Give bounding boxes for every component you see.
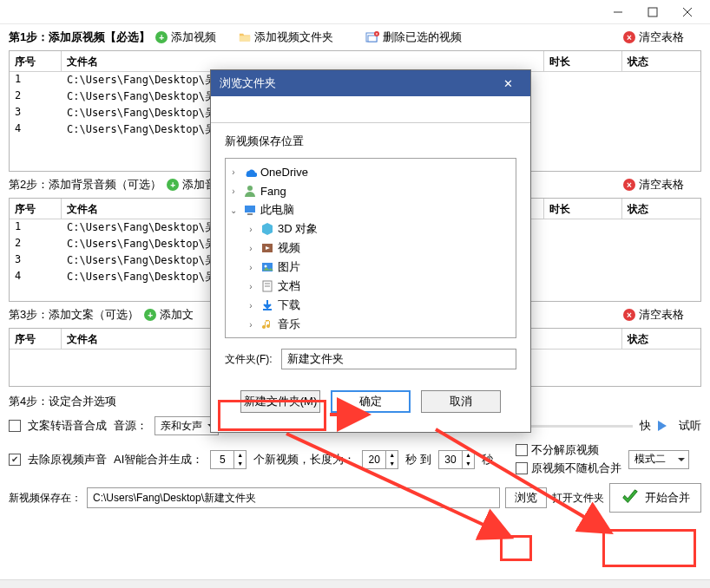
clear-table3-action[interactable]: ×清空表格 [623, 307, 701, 323]
window-minimize[interactable] [601, 0, 635, 24]
browse-folder-dialog: 浏览文件夹 浏览文件夹 ✕ x 新视频保存位置 ›OneDrive ›Fang … [210, 69, 531, 433]
sec-mid: 秒 到 [405, 452, 431, 467]
browse-button[interactable]: 浏览 [505, 487, 547, 508]
delete-selected-icon: × [365, 30, 379, 44]
th-dur[interactable]: 时长 [544, 51, 622, 71]
remove-audio-label: 去除原视频声音 [28, 452, 107, 467]
play-icon[interactable] [658, 421, 672, 431]
tree-item-3d[interactable]: ›3D 对象 [227, 219, 514, 238]
nosplit-label: 不分解原视频 [531, 442, 599, 458]
th-stat[interactable]: 状态 [622, 51, 700, 71]
delete-selected-label: 删除已选的视频 [383, 29, 462, 45]
cancel-button[interactable]: 取消 [421, 390, 501, 413]
tree-item-pc[interactable]: ⌄此电脑 [227, 200, 514, 219]
clear-icon: × [623, 179, 635, 191]
folder-name-input[interactable] [281, 349, 516, 369]
sp-fast: 快 [640, 418, 651, 434]
svg-rect-1 [648, 8, 657, 16]
add-video-action[interactable]: +添加视频 [155, 29, 233, 45]
dialog-subtitle: 新视频保存位置 [225, 134, 516, 149]
dialog-close-button[interactable]: ✕ [494, 70, 522, 96]
clear-table2-action[interactable]: ×清空表格 [623, 177, 701, 193]
new-folder-button[interactable]: 新建文件夹(M) [240, 390, 320, 413]
open-folder-link[interactable]: 打开文件夹 [552, 491, 604, 506]
add-icon: + [155, 31, 168, 43]
dialog-title-visible: 浏览文件夹 [220, 75, 276, 91]
ai-count-spin[interactable]: ▲▼ [210, 450, 247, 469]
th-dur[interactable]: 时长 [544, 199, 622, 219]
folder-tree[interactable]: ›OneDrive ›Fang ⌄此电脑 ›3D 对象 ›视频 ›图片 ›文档 … [225, 158, 516, 338]
noshuffle-checkbox[interactable] [516, 462, 528, 474]
add-doc-label: 添加文 [160, 307, 194, 323]
ok-button[interactable]: 确定 [331, 390, 411, 413]
start-merge-button[interactable]: 开始合并 [609, 483, 701, 513]
add-icon: + [144, 309, 156, 321]
save-path-field[interactable]: C:\Users\Fang\Desktop\新建文件夹 [87, 487, 500, 508]
svg-rect-5 [368, 36, 377, 42]
add-video-folder-label: 添加视频文件夹 [254, 29, 333, 45]
step1-label: 第1步：添加原视频【必选】 [9, 29, 150, 45]
tree-item-pic[interactable]: ›图片 [227, 258, 514, 277]
window-close[interactable] [670, 0, 705, 24]
th-stat[interactable]: 状态 [622, 329, 700, 349]
clear-icon: × [623, 309, 635, 321]
start-merge-label: 开始合并 [645, 490, 690, 506]
speed-slider[interactable] [518, 425, 633, 428]
th-idx[interactable]: 序号 [10, 199, 62, 219]
folder-icon [239, 31, 251, 43]
tts-label: 文案转语音合成 [28, 418, 107, 434]
ai-gen-label: AI智能合并生成： [114, 452, 203, 467]
delete-selected-action[interactable]: × 删除已选的视频 [365, 29, 487, 45]
tree-item-desktop[interactable]: ⌄桌面 [227, 334, 514, 338]
step3-label: 第3步：添加文案（可选） [9, 307, 139, 323]
tree-item-dl[interactable]: ›下载 [227, 296, 514, 315]
clear-table1-action[interactable]: ×清空表格 [623, 29, 701, 45]
tree-item-music[interactable]: ›音乐 [227, 315, 514, 334]
save-label: 新视频保存在： [9, 491, 82, 506]
svg-text:×: × [376, 31, 378, 36]
ai-unit: 个新视频，长度为： [253, 452, 355, 467]
folder-field-label: 文件夹(F): [225, 352, 273, 367]
remove-audio-checkbox[interactable] [9, 454, 21, 466]
sec-to-spin[interactable]: ▲▼ [438, 450, 475, 469]
sec-from-spin[interactable]: ▲▼ [362, 450, 398, 469]
voice-label: 音源： [114, 418, 148, 434]
add-video-label: 添加视频 [171, 29, 216, 45]
svg-rect-12 [247, 213, 253, 215]
sec-end: 秒 [482, 452, 493, 467]
voice-combo[interactable]: 亲和女声 [154, 416, 219, 435]
svg-rect-19 [263, 309, 272, 310]
add-video-folder-action[interactable]: 添加视频文件夹 [239, 29, 360, 45]
add-icon: + [167, 179, 179, 191]
tree-item-onedrive[interactable]: ›OneDrive [227, 162, 514, 181]
clear-table1-label: 清空表格 [639, 29, 684, 45]
th-name[interactable]: 文件名 [62, 51, 544, 71]
clear-table2-label: 清空表格 [639, 177, 684, 193]
mode-combo[interactable]: 模式二 [628, 450, 689, 469]
clear-table3-label: 清空表格 [639, 307, 684, 323]
th-idx[interactable]: 序号 [10, 51, 62, 71]
window-maximize[interactable] [635, 0, 670, 24]
svg-rect-11 [245, 206, 255, 212]
clear-icon: × [623, 31, 635, 43]
noshuffle-label: 原视频不随机合并 [531, 461, 621, 476]
step2-label: 第2步：添加背景音频（可选） [9, 177, 161, 193]
tts-checkbox[interactable] [9, 420, 21, 432]
statusbar [0, 579, 710, 588]
tree-item-doc[interactable]: ›文档 [227, 277, 514, 296]
th-idx[interactable]: 序号 [10, 329, 62, 349]
tree-item-user[interactable]: ›Fang [227, 181, 514, 200]
tree-item-video[interactable]: ›视频 [227, 238, 514, 258]
th-stat[interactable]: 状态 [622, 199, 700, 219]
nosplit-checkbox[interactable] [516, 444, 528, 456]
play-label[interactable]: 试听 [679, 418, 701, 434]
svg-point-10 [247, 186, 253, 191]
checkmark-icon [621, 488, 640, 507]
